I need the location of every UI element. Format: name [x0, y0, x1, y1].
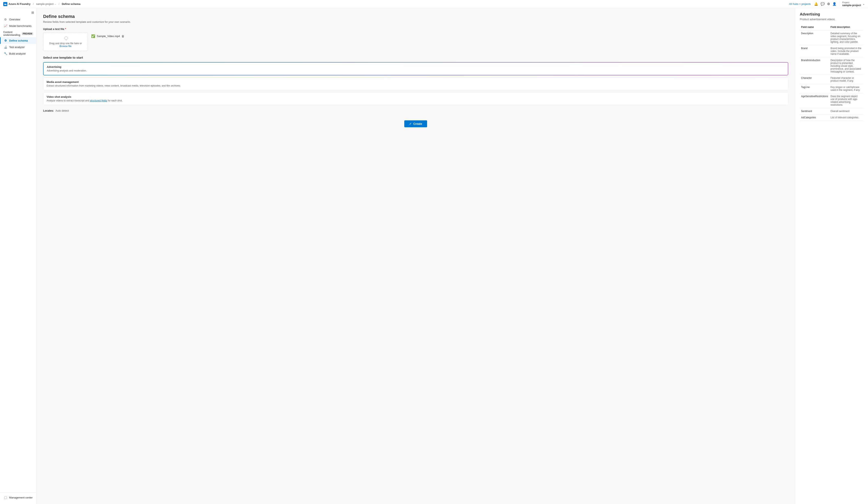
- sidebar: ⊞ ⊙ Overview 📈 Model benchmarks Content …: [0, 8, 37, 504]
- locales-section: Locales: Auto detect: [43, 109, 788, 112]
- notification-icon[interactable]: 🔔: [814, 2, 818, 6]
- azure-ai-foundry-icon: [3, 2, 7, 6]
- chat-icon[interactable]: 💬: [820, 2, 825, 6]
- table-row: AgeSensitiveRestrictionsDoes the segment…: [800, 93, 863, 108]
- breadcrumb-project[interactable]: sample-project ⌄: [36, 2, 56, 6]
- define-schema-icon: ⚙: [4, 39, 7, 42]
- template-card-media-asset[interactable]: Media asset management Extract structure…: [43, 77, 788, 90]
- project-selector[interactable]: Project sample-project ⌄: [840, 1, 865, 7]
- field-desc-cell: Does the segment depict use of products …: [829, 93, 863, 108]
- field-name-cell: AdCategories: [800, 114, 829, 121]
- table-row: TagLineKey slogan or catchphrase used in…: [800, 84, 863, 93]
- project-label: Project: [843, 1, 861, 4]
- uploaded-file-info: ✅ Sample_Video.mp4 🗑: [91, 33, 124, 40]
- brand-logo[interactable]: Azure AI Foundry: [3, 2, 31, 6]
- project-name: sample-project: [843, 4, 861, 7]
- field-desc-cell: Brand being promoted in the video. Inclu…: [829, 45, 863, 57]
- table-row: BrandIntroductionDescription of how the …: [800, 57, 863, 75]
- template-card-advertising[interactable]: Advertising Advertising analysis and mod…: [43, 62, 788, 75]
- build-analyzer-icon: 🔧: [4, 52, 7, 55]
- sidebar-item-overview[interactable]: ⊙ Overview: [0, 16, 37, 23]
- sidebar-section-content-understanding: Content understanding PREVIEW: [0, 29, 37, 37]
- locales-label: Locales:: [43, 109, 54, 112]
- fields-table: Field name Field description Description…: [800, 24, 863, 121]
- user-avatar[interactable]: 👤: [833, 2, 836, 6]
- table-row: BrandBrand being promoted in the video. …: [800, 45, 863, 57]
- main-layout: ⊞ ⊙ Overview 📈 Model benchmarks Content …: [0, 8, 868, 504]
- settings-icon[interactable]: ⚙: [827, 2, 830, 6]
- test-analyzer-icon: 🔬: [4, 46, 7, 49]
- sidebar-bottom: ⬚ Management center: [0, 492, 37, 502]
- topnav-icons: 🔔 💬 ⚙ 👤: [814, 2, 836, 6]
- breadcrumb-sep-1: /: [33, 2, 34, 6]
- field-name-cell: AgeSensitiveRestrictions: [800, 93, 829, 108]
- field-name-cell: Description: [800, 30, 829, 45]
- field-name-cell: TagLine: [800, 84, 829, 93]
- file-dropzone[interactable]: Drag and drop one file here or Browse fi…: [43, 33, 88, 51]
- col-field-desc: Field description: [829, 24, 863, 30]
- sidebar-label-build-analyzer: Build analyzer: [9, 52, 26, 55]
- sidebar-item-management-center[interactable]: ⬚ Management center: [0, 494, 37, 501]
- right-panel: Advertising Product advertisement videos…: [795, 8, 868, 504]
- template-title-video-shot: Video shot analysis: [46, 95, 785, 98]
- dropzone-text: Drag and drop one file here or Browse fi…: [49, 42, 82, 48]
- col-field-name: Field name: [800, 24, 829, 30]
- project-dropdown-icon: ⌄: [863, 3, 865, 6]
- table-row: SentimentOverall sentiment: [800, 108, 863, 114]
- create-button-row: ✓ Create: [43, 120, 788, 127]
- required-star: *: [65, 28, 66, 31]
- page-title: Define schema: [43, 14, 788, 19]
- sidebar-item-define-schema[interactable]: ⚙ Define schema: [0, 37, 37, 44]
- field-desc-cell: Description of how the product is presen…: [829, 57, 863, 75]
- create-button[interactable]: ✓ Create: [404, 120, 427, 127]
- template-section-title: Select one template to start: [43, 56, 788, 59]
- sidebar-toggle[interactable]: ⊞: [0, 10, 37, 16]
- delete-file-icon[interactable]: 🗑: [122, 34, 124, 38]
- field-desc-cell: Key slogan or catchphrase used in the se…: [829, 84, 863, 93]
- template-title-media-asset: Media asset management: [46, 80, 785, 83]
- table-row: DescriptionDetailed summary of the video…: [800, 30, 863, 45]
- cloud-upload-icon: [63, 36, 68, 41]
- sidebar-item-test-analyzer[interactable]: 🔬 Test analyzer: [0, 44, 37, 50]
- sidebar-section-label: Content understanding: [3, 31, 22, 37]
- main-content: Define schema Review fields from selecte…: [37, 8, 795, 504]
- create-check-icon: ✓: [409, 122, 412, 125]
- field-name-cell: Sentiment: [800, 108, 829, 114]
- sidebar-label-overview: Overview: [9, 18, 20, 21]
- model-benchmarks-icon: 📈: [4, 24, 7, 28]
- structured-fields-link[interactable]: structured fields: [90, 99, 107, 102]
- field-desc-cell: Featured character or product model, if …: [829, 75, 863, 84]
- template-section: Select one template to start Advertising…: [43, 56, 788, 105]
- panel-title: Advertising: [800, 12, 863, 17]
- template-desc-video-shot: Analyze videos to extract transcript and…: [46, 99, 785, 102]
- locales-value: Auto detect: [55, 109, 69, 112]
- sidebar-item-build-analyzer[interactable]: 🔧 Build analyzer: [0, 50, 37, 57]
- create-label: Create: [413, 122, 422, 125]
- brand-name: Azure AI Foundry: [9, 2, 31, 6]
- sidebar-label-test-analyzer: Test analyzer: [9, 46, 25, 49]
- upload-section: Drag and drop one file here or Browse fi…: [43, 33, 788, 51]
- sidebar-label-define-schema: Define schema: [9, 39, 28, 42]
- panel-desc: Product advertisement videos.: [800, 18, 863, 21]
- field-name-cell: BrandIntroduction: [800, 57, 829, 75]
- page-subtitle: Review fields from selected template and…: [43, 20, 788, 23]
- table-row: CharacterFeatured character or product m…: [800, 75, 863, 84]
- template-desc-media-asset: Extract structured information from mark…: [46, 84, 785, 87]
- template-card-video-shot[interactable]: Video shot analysis Analyze videos to ex…: [43, 92, 788, 105]
- breadcrumb-current: Define schema: [62, 2, 80, 6]
- field-desc-cell: Detailed summary of the video segment, f…: [829, 30, 863, 45]
- uploaded-filename: Sample_Video.mp4: [97, 34, 120, 38]
- field-desc-cell: Overall sentiment: [829, 108, 863, 114]
- management-center-icon: ⬚: [4, 496, 7, 499]
- breadcrumb-sep-2: /: [59, 2, 59, 6]
- sidebar-label-management-center: Management center: [9, 496, 33, 499]
- all-hubs-link[interactable]: All hubs + projects: [789, 2, 811, 6]
- upload-label: Upload a test file *: [43, 28, 788, 31]
- file-check-icon: ✅: [91, 34, 95, 38]
- template-title-advertising: Advertising: [47, 65, 785, 68]
- sidebar-label-model-benchmarks: Model benchmarks: [9, 24, 32, 28]
- preview-badge: PREVIEW: [22, 32, 33, 35]
- browse-file-link[interactable]: Browse file: [60, 45, 72, 48]
- sidebar-item-model-benchmarks[interactable]: 📈 Model benchmarks: [0, 23, 37, 29]
- field-name-cell: Brand: [800, 45, 829, 57]
